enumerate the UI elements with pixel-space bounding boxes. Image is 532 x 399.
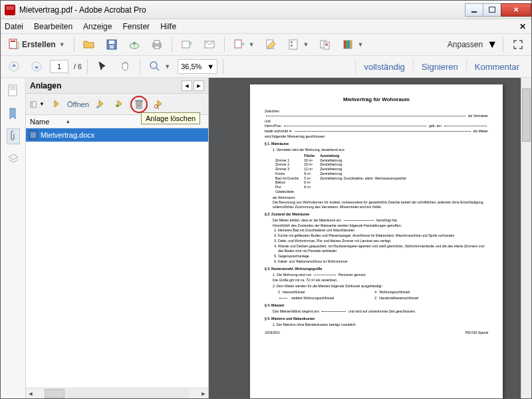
bookmarks-tab[interactable] — [7, 106, 20, 122]
tools-tab[interactable]: vollständig — [355, 59, 412, 74]
save-icon — [106, 39, 118, 51]
search-attachment-button[interactable] — [152, 97, 166, 112]
menu-help[interactable]: Hilfe — [160, 22, 176, 31]
customize-label[interactable]: Anpassen — [448, 40, 483, 49]
menu-view[interactable]: Anzeige — [83, 22, 112, 31]
zoom-tool-button[interactable]: ▼ — [146, 59, 174, 74]
share-button[interactable] — [178, 37, 196, 53]
svg-rect-7 — [154, 41, 160, 44]
create-label: Erstellen — [22, 40, 56, 49]
email-button[interactable] — [200, 37, 219, 53]
export-button[interactable]: ▼ — [230, 37, 258, 53]
menu-edit[interactable]: Bearbeiten — [34, 22, 72, 31]
svg-rect-3 — [109, 41, 114, 44]
open-button[interactable] — [80, 37, 98, 53]
view-options-button[interactable]: ▼ — [30, 97, 45, 112]
print-button[interactable] — [148, 37, 166, 53]
cloud-button[interactable] — [125, 37, 144, 53]
export-icon — [233, 39, 245, 51]
form-button[interactable]: ▼ — [285, 37, 313, 53]
sign-tab[interactable]: Signieren — [413, 59, 466, 74]
open-label[interactable]: Öffnen — [67, 100, 89, 108]
combine-button[interactable] — [316, 37, 334, 53]
panel-nav: ◄ ► — [182, 80, 204, 91]
svg-rect-18 — [325, 43, 328, 46]
doc-icon — [29, 130, 38, 140]
arrow-down-icon — [31, 61, 43, 72]
sort-indicator-icon: ▲ — [65, 118, 70, 124]
cloud-icon — [128, 39, 140, 51]
menu-file[interactable]: Datei — [5, 22, 23, 31]
menubar: Datei Bearbeiten Anzeige Fenster Hilfe ✕ — [1, 19, 531, 34]
svg-point-26 — [150, 62, 157, 68]
attachments-tab[interactable] — [7, 128, 20, 144]
titlebar: Mietvertrag.pdf - Adobe Acrobat Pro — [1, 1, 531, 19]
comment-tab[interactable]: Kommentar — [466, 59, 527, 74]
svg-rect-13 — [289, 40, 297, 49]
toolbar-nav: / 6 ▼ 36,5%▼ vollständig Signieren Komme… — [1, 56, 531, 78]
fullscreen-icon — [512, 39, 524, 51]
edit-pdf-button[interactable] — [262, 37, 281, 53]
hand-icon — [119, 61, 131, 72]
condition-list: kleineres Bad mit Duschkabine und Waschb… — [278, 228, 488, 264]
close-doc-button[interactable]: ✕ — [519, 22, 526, 31]
svg-rect-35 — [136, 100, 142, 102]
menu-window[interactable]: Fenster — [122, 22, 150, 31]
document-view[interactable]: Mietvertrag für Wohnraum Zwischen als Ve… — [209, 78, 531, 398]
page-up-button[interactable] — [5, 59, 23, 74]
list-item[interactable]: Mietvertrag.docx — [26, 128, 208, 142]
page-number-input[interactable] — [50, 60, 68, 73]
pdf-icon — [8, 39, 20, 51]
zoom-select[interactable]: 36,5%▼ — [178, 59, 217, 74]
svg-rect-8 — [154, 46, 160, 49]
minimize-button[interactable] — [465, 3, 483, 17]
trash-icon — [134, 99, 144, 110]
svg-rect-21 — [346, 41, 348, 49]
save-button[interactable] — [102, 37, 121, 53]
doc-title: Mietvertrag für Wohnraum — [265, 96, 488, 104]
attachments-panel: Anlagen ◄ ► ▼ Öffnen Anlage löschen N — [26, 78, 209, 398]
multimedia-button[interactable]: ▼ — [338, 37, 366, 53]
maximize-button[interactable] — [483, 3, 501, 17]
svg-rect-11 — [235, 40, 241, 48]
panel-hscroll[interactable]: ◄ ► — [26, 388, 208, 398]
panel-prev-button[interactable]: ◄ — [182, 80, 192, 91]
folder-open-icon — [83, 39, 95, 51]
arrow-up-icon — [8, 61, 20, 72]
panel-next-button[interactable]: ► — [194, 80, 204, 91]
svg-rect-32 — [31, 104, 33, 106]
delete-attachment-button[interactable] — [132, 97, 146, 112]
svg-point-33 — [96, 106, 99, 108]
attachment-list: Mietvertrag.docx — [26, 128, 208, 388]
select-tool-button[interactable] — [93, 59, 112, 74]
hand-tool-button[interactable] — [116, 59, 134, 74]
svg-rect-28 — [10, 86, 15, 88]
save-attachment-button[interactable] — [93, 97, 108, 112]
open-attachment-button[interactable] — [49, 97, 63, 112]
cursor-icon — [96, 61, 108, 72]
page-count: / 6 — [74, 63, 82, 70]
add-attachment-button[interactable] — [112, 97, 126, 112]
layers-tab[interactable] — [7, 151, 20, 167]
multimedia-icon — [342, 39, 354, 51]
window-title: Mietvertrag.pdf - Adobe Acrobat Pro — [19, 5, 466, 15]
app-window: Mietvertrag.pdf - Adobe Acrobat Pro Date… — [0, 0, 532, 399]
svg-rect-15 — [291, 45, 293, 47]
right-menu: vollständig Signieren Kommentar — [355, 59, 527, 74]
panel-toolbar: ▼ Öffnen Anlage löschen — [26, 94, 208, 115]
thumbnails-tab[interactable] — [7, 83, 20, 99]
create-button[interactable]: Erstellen ▼ — [5, 37, 68, 53]
toolbar-main: Erstellen ▼ ▼ ▼ ▼ Anpassen▼ — [1, 34, 531, 56]
svg-rect-22 — [348, 41, 350, 49]
content: Anlagen ◄ ► ▼ Öffnen Anlage löschen N — [1, 78, 531, 398]
svg-rect-9 — [182, 41, 190, 48]
doc-vscroll[interactable] — [521, 78, 531, 398]
envelope-icon — [203, 39, 215, 51]
tooltip: Anlage löschen — [141, 112, 200, 124]
page-1: Mietvertrag für Wohnraum Zwischen als Ve… — [250, 84, 503, 398]
page-down-button[interactable] — [27, 59, 46, 74]
combine-icon — [319, 39, 331, 51]
close-button[interactable] — [501, 3, 531, 17]
print-icon — [151, 39, 163, 51]
fullscreen-button[interactable] — [509, 37, 527, 53]
